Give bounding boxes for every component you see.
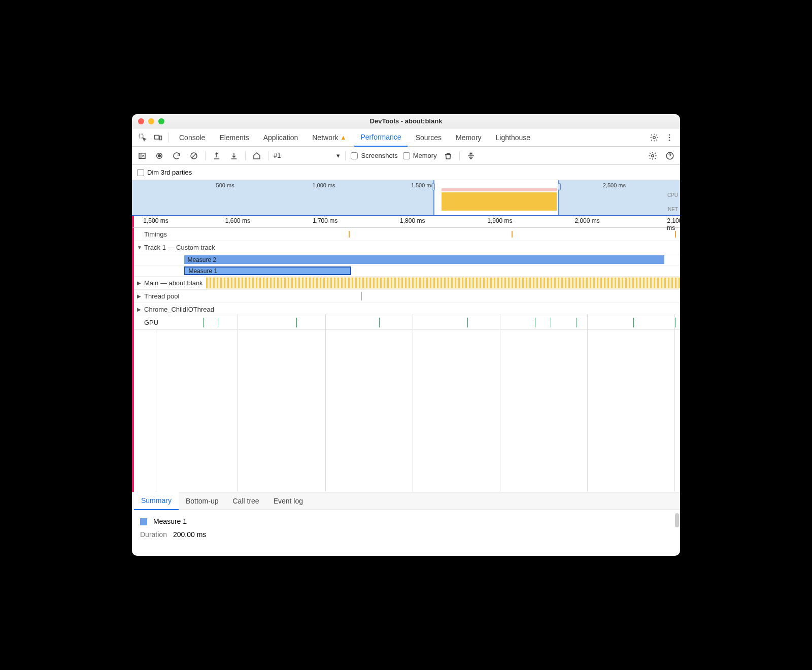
gpu-track[interactable]: GPU	[134, 316, 680, 329]
record-icon[interactable]	[153, 150, 165, 162]
tab-label: Event log	[274, 497, 303, 505]
tab-console[interactable]: Console	[173, 128, 211, 147]
inspect-element-icon[interactable]	[136, 131, 149, 144]
selection-handle-left[interactable]	[432, 183, 435, 190]
help-icon[interactable]	[664, 150, 676, 162]
tab-sources[interactable]: Sources	[410, 128, 448, 147]
custom-track-header[interactable]: ▼Track 1 — Custom track	[134, 241, 680, 254]
tab-application[interactable]: Application	[257, 128, 304, 147]
gpu-event	[535, 318, 535, 327]
overview-tick: 500 ms	[216, 182, 234, 188]
measure-bar-2[interactable]: Measure 2	[184, 255, 664, 264]
track-label: Chrome_ChildIOThread	[144, 306, 214, 313]
checkbox-label: Dim 3rd parties	[147, 169, 192, 176]
cpu-label: CPU	[667, 192, 678, 198]
gpu-event	[203, 318, 204, 327]
window-title: DevTools - about:blank	[132, 117, 680, 125]
tab-label: Summary	[141, 496, 172, 505]
memory-checkbox[interactable]: Memory	[403, 152, 437, 159]
tab-label: Elements	[219, 133, 249, 142]
child-io-track[interactable]: ▶Chrome_ChildIOThread	[134, 303, 680, 316]
gpu-event	[379, 318, 380, 327]
selected-item-heading: Measure 1	[140, 517, 672, 525]
net-label: NET	[668, 207, 678, 212]
main-flame-lane	[206, 277, 680, 289]
tab-lighthouse[interactable]: Lighthouse	[490, 128, 537, 147]
track-label: Main — about:blank	[144, 279, 203, 287]
tab-performance[interactable]: Performance	[354, 128, 407, 147]
tab-bottom-up[interactable]: Bottom-up	[179, 492, 226, 510]
clear-icon[interactable]	[188, 150, 200, 162]
tab-label: Performance	[360, 133, 401, 141]
overview-minimap[interactable]: CPU NET 500 ms1,000 ms1,500 ms2,000 ms2,…	[132, 180, 680, 216]
measure-row: Measure 2	[134, 254, 680, 265]
chevron-down-icon: ▾	[336, 152, 340, 159]
selected-name: Measure 1	[153, 517, 187, 525]
timing-marker	[512, 231, 513, 238]
selection-handle-right[interactable]	[558, 183, 561, 190]
more-icon[interactable]	[663, 131, 676, 144]
timings-track[interactable]: Timings	[134, 228, 680, 241]
timeline-ruler[interactable]: 1,500 ms1,600 ms1,700 ms1,800 ms1,900 ms…	[132, 216, 680, 228]
disclosure-open-icon: ▼	[137, 245, 142, 250]
scrollbar-thumb[interactable]	[675, 513, 679, 527]
tab-call-tree[interactable]: Call tree	[226, 492, 266, 510]
upload-icon[interactable]	[211, 150, 223, 162]
toggle-sidebar-icon[interactable]	[136, 150, 148, 162]
screenshots-checkbox[interactable]: Screenshots	[351, 152, 397, 159]
measure-label: Measure 1	[188, 267, 217, 275]
disclosure-closed-icon: ▶	[137, 307, 142, 312]
tab-label: Application	[263, 133, 298, 142]
measure-bar-1[interactable]: Measure 1	[184, 266, 351, 275]
svg-point-3	[653, 136, 656, 139]
tab-event-log[interactable]: Event log	[266, 492, 310, 510]
svg-point-4	[669, 134, 670, 136]
separator	[459, 151, 460, 160]
settings-icon[interactable]	[648, 131, 661, 144]
warning-icon: ▲	[341, 134, 347, 141]
track-label: GPU	[144, 319, 158, 326]
gridline	[500, 314, 500, 492]
gridline	[413, 314, 413, 492]
dim-3rd-parties-checkbox[interactable]: Dim 3rd parties	[137, 169, 192, 176]
separator	[245, 151, 246, 160]
ruler-tick: 1,500 ms	[143, 217, 168, 224]
checkbox-icon	[403, 152, 410, 159]
recording-selector[interactable]: #1 ▾	[274, 152, 340, 159]
checkbox-label: Screenshots	[361, 152, 397, 159]
thread-pool-track[interactable]: ▶Thread pool	[134, 290, 680, 303]
tracks-area: Timings ▼Track 1 — Custom track Measure …	[132, 228, 680, 492]
device-toolbar-icon[interactable]	[151, 131, 164, 144]
overview-tick: 1,500 ms	[411, 182, 434, 188]
shortcuts-icon[interactable]	[465, 150, 477, 162]
tab-memory[interactable]: Memory	[450, 128, 488, 147]
ruler-tick: 1,600 ms	[225, 217, 250, 224]
capture-settings-icon[interactable]	[647, 150, 659, 162]
tab-label: Memory	[456, 133, 482, 142]
gc-icon[interactable]	[442, 150, 454, 162]
track-label: Track 1 — Custom track	[144, 244, 215, 251]
timing-marker	[349, 231, 350, 238]
ruler-tick: 1,900 ms	[487, 217, 512, 224]
home-icon[interactable]	[251, 150, 263, 162]
track-label: Timings	[144, 230, 167, 238]
download-icon[interactable]	[228, 150, 240, 162]
gpu-event	[467, 318, 468, 327]
devtools-window: DevTools - about:blank Console Elements …	[132, 114, 680, 556]
disclosure-closed-icon: ▶	[137, 293, 142, 299]
checkbox-icon	[351, 152, 358, 159]
measure-label: Measure 2	[187, 256, 216, 263]
gpu-event	[577, 318, 577, 327]
tab-summary[interactable]: Summary	[134, 492, 179, 510]
gridline	[156, 314, 156, 492]
tab-elements[interactable]: Elements	[213, 128, 255, 147]
measure-row: Measure 1	[134, 265, 680, 277]
gpu-event	[675, 318, 675, 327]
gpu-lane	[161, 316, 680, 329]
main-track[interactable]: ▶Main — about:blank	[134, 277, 680, 290]
checkbox-icon	[137, 169, 144, 176]
svg-point-13	[652, 154, 654, 157]
overview-tick: 2,500 ms	[603, 182, 626, 188]
reload-icon[interactable]	[171, 150, 183, 162]
tab-network[interactable]: Network▲	[306, 128, 352, 147]
